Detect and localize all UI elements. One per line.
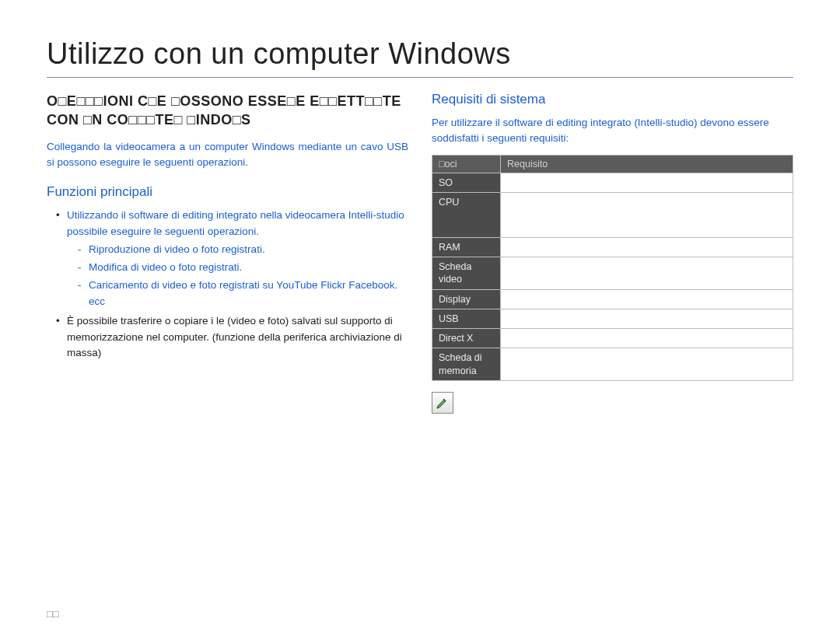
- right-subheading: Requisiti di sistema: [432, 92, 793, 107]
- requirements-intro: Per utilizzare il software di editing in…: [432, 115, 793, 147]
- sub-bullet-item: Caricamento di video e foto registrati s…: [78, 278, 408, 310]
- right-column: Requisiti di sistema Per utilizzare il s…: [432, 92, 793, 414]
- two-column-layout: O□E□□□IONI C□E □OSSONO ESSE□E E□□ETT□□TE…: [47, 92, 793, 414]
- main-bullet-list: Utilizzando il software di editing integ…: [47, 208, 408, 362]
- req-value: [501, 192, 793, 237]
- sub-bullet-item: Modifica di video o foto registrati.: [78, 260, 408, 276]
- bullet-text: Utilizzando il software di editing integ…: [67, 209, 404, 237]
- bullet-item: È possibile trasferire o copiare i le (v…: [56, 313, 408, 362]
- req-value: [501, 309, 793, 328]
- table-row: Scheda video: [432, 257, 793, 290]
- table-row: CPU: [432, 192, 793, 237]
- req-label: Display: [432, 289, 501, 309]
- page-title: Utilizzo con un computer Windows: [47, 37, 793, 78]
- req-value: [501, 237, 793, 257]
- req-value: [501, 348, 793, 381]
- table-row: RAM: [432, 237, 793, 257]
- note-pencil-icon: [432, 392, 453, 414]
- req-value: [501, 289, 793, 309]
- table-header-cell: □oci: [432, 155, 501, 173]
- table-header-cell: Requisito: [501, 155, 793, 173]
- req-value: [501, 173, 793, 192]
- bullet-item: Utilizzando il software di editing integ…: [56, 208, 408, 310]
- left-column: O□E□□□IONI C□E □OSSONO ESSE□E E□□ETT□□TE…: [47, 92, 408, 414]
- left-intro-paragraph: Collegando la videocamera a un computer …: [47, 139, 408, 171]
- left-section-heading: O□E□□□IONI C□E □OSSONO ESSE□E E□□ETT□□TE…: [47, 92, 408, 130]
- table-row: USB: [432, 309, 793, 328]
- sub-bullet-item: Riproduzione di video o foto registrati.: [78, 242, 408, 258]
- page-number: □□: [47, 608, 59, 620]
- req-value: [501, 329, 793, 348]
- req-label: Scheda di memoria: [432, 348, 501, 381]
- req-label: Scheda video: [432, 257, 501, 290]
- bullet-text: È possibile trasferire o copiare i le (v…: [67, 315, 402, 359]
- table-row: Display: [432, 289, 793, 309]
- req-label: SO: [432, 173, 501, 192]
- note-icon-container: [432, 392, 793, 414]
- req-label: USB: [432, 309, 501, 328]
- table-row: Scheda di memoria: [432, 348, 793, 381]
- left-subheading: Funzioni principali: [47, 184, 408, 200]
- req-value: [501, 257, 793, 290]
- requirements-table: □oci Requisito SO CPU RAM: [432, 155, 793, 381]
- manual-page: Utilizzo con un computer Windows O□E□□□I…: [0, 0, 840, 643]
- req-label: CPU: [432, 192, 501, 237]
- sub-bullet-list: Riproduzione di video o foto registrati.…: [67, 242, 408, 310]
- table-row: Direct X: [432, 329, 793, 348]
- req-label: Direct X: [432, 329, 501, 348]
- table-row: SO: [432, 173, 793, 192]
- table-header-row: □oci Requisito: [432, 155, 793, 173]
- req-label: RAM: [432, 237, 501, 257]
